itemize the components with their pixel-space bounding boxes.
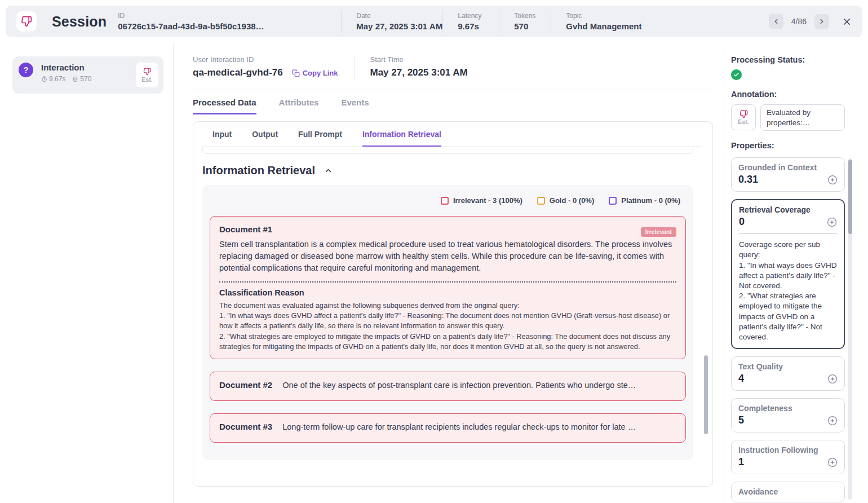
field-label: Date (356, 12, 428, 20)
properties-list: Grounded in Context 0.31 Retrieval Cover… (731, 157, 845, 502)
annotation-est-button[interactable]: Est. (731, 104, 756, 130)
generated-icon (827, 175, 838, 185)
subtab-input[interactable]: Input (212, 130, 232, 147)
est-label: Est. (738, 118, 749, 125)
generated-icon (827, 457, 838, 467)
property-value: 5 (738, 414, 744, 426)
scrollbar-thumb[interactable] (848, 160, 852, 234)
document-card-3[interactable]: Document #3 Long-term follow-up care for… (210, 413, 686, 443)
document-card-1[interactable]: Document #1 Irrelevant Stem cell transpl… (210, 216, 686, 359)
divider (354, 55, 355, 80)
subtab-full-prompt[interactable]: Full Prompt (298, 130, 342, 147)
copy-link-button[interactable]: Copy Link (292, 69, 338, 77)
next-session-button[interactable] (814, 14, 829, 29)
document-title: Document #1 (219, 224, 676, 234)
platinum-checkbox[interactable] (609, 197, 617, 205)
property-card-text-quality[interactable]: Text Quality 4 (731, 356, 845, 391)
property-value: 4 (738, 373, 744, 385)
scrolled-content-edge (202, 147, 693, 154)
pagination-indicator: 4/86 (791, 17, 807, 26)
processing-status-label: Processing Status: (731, 55, 849, 64)
generated-icon (827, 374, 838, 384)
irrelevant-badge: Irrelevant (641, 227, 676, 237)
subtab-output[interactable]: Output (252, 130, 278, 147)
field-label: Latency (458, 12, 484, 20)
field-label: Topic (566, 12, 641, 20)
relevance-legend: Irrelevant - 3 (100%) Gold - 0 (0%) Plat… (210, 196, 686, 205)
annotation-est-badge[interactable]: Est. (136, 63, 158, 87)
property-name: Completeness (738, 404, 838, 413)
prev-session-button[interactable] (769, 14, 783, 29)
user-interaction-id-value: qa-medical-gvhd-76 (193, 67, 283, 78)
user-interaction-id-field: User Interaction ID qa-medical-gvhd-76 C… (193, 55, 338, 78)
legend-item-gold[interactable]: Gold - 0 (0%) (537, 196, 594, 205)
property-value: 0.31 (738, 174, 758, 186)
tokens-icon (72, 76, 78, 82)
gold-checkbox[interactable] (537, 197, 545, 205)
property-card-avoidance[interactable]: Avoidance (731, 482, 845, 502)
classification-reason-body: The document was evaluated against the f… (219, 301, 676, 352)
chevron-left-icon (772, 17, 780, 25)
tab-attributes[interactable]: Attributes (279, 98, 319, 114)
interaction-list-item[interactable]: ? Interaction 9.67s 570 (12, 56, 163, 94)
legend-label: Platinum - 0 (0%) (621, 196, 680, 205)
thumbs-down-icon (739, 110, 748, 118)
document-title: Document #2 (219, 380, 272, 390)
field-label: Tokens (514, 12, 536, 20)
tab-processed-data[interactable]: Processed Data (193, 98, 256, 114)
section-title: Information Retrieval (202, 164, 315, 177)
processed-data-panel: Input Output Full Prompt Information Ret… (193, 121, 713, 487)
document-card-2[interactable]: Document #2 One of the key aspects of po… (210, 372, 686, 401)
document-body: Stem cell transplantation is a complex m… (219, 239, 673, 274)
processed-data-subtabs: Input Output Full Prompt Information Ret… (202, 130, 702, 147)
page-title: Session (52, 14, 107, 30)
question-icon: ? (19, 63, 33, 77)
field-value: May 27, 2025 3:01 AM (356, 21, 428, 31)
start-time-value: May 27, 2025 3:01 AM (370, 67, 468, 78)
est-label: Est. (141, 76, 152, 83)
information-retrieval-panel: Irrelevant - 3 (100%) Gold - 0 (0%) Plat… (202, 185, 693, 460)
generated-icon (827, 416, 838, 426)
legend-label: Gold - 0 (0%) (550, 196, 594, 205)
property-card-instruction-following[interactable]: Instruction Following 1 (731, 440, 845, 474)
property-name: Avoidance (738, 487, 838, 496)
annotation-label: Annotation: (731, 90, 849, 99)
legend-item-irrelevant[interactable]: Irrelevant - 3 (100%) (441, 196, 522, 205)
legend-item-platinum[interactable]: Platinum - 0 (0%) (609, 196, 680, 205)
section-heading: Information Retrieval (202, 164, 702, 177)
chevron-up-icon[interactable] (324, 166, 333, 175)
field-label: ID (118, 12, 326, 20)
thumbs-down-icon (21, 16, 32, 27)
property-card-completeness[interactable]: Completeness 5 (731, 398, 845, 433)
document-title: Document #3 (219, 422, 272, 431)
header-field-date: Date May 27, 2025 3:01 AM (341, 10, 442, 33)
session-header: Session ID 06726c15-7aad-43d-9a-b5f50c19… (6, 6, 862, 37)
annotation-note[interactable]: Evaluated by properties:… (760, 104, 845, 131)
interaction-detail: User Interaction ID qa-medical-gvhd-76 C… (174, 43, 724, 503)
property-card-grounded-in-context[interactable]: Grounded in Context 0.31 (731, 157, 845, 192)
interaction-tokens: 570 (80, 75, 91, 83)
interaction-title: Interaction (41, 63, 136, 72)
subtab-information-retrieval[interactable]: Information Retrieval (362, 130, 441, 147)
thumbs-down-icon (143, 68, 151, 76)
property-name: Text Quality (738, 362, 838, 371)
legend-label: Irrelevant - 3 (100%) (453, 196, 522, 205)
success-check-icon (731, 69, 742, 80)
detail-tabs: Processed Data Attributes Events (193, 98, 724, 114)
generated-icon (827, 217, 837, 227)
property-name: Instruction Following (738, 445, 838, 455)
property-value: 0 (739, 216, 745, 228)
tab-events[interactable]: Events (341, 98, 369, 114)
session-annotation-logo (16, 11, 37, 32)
interactions-sidebar: ? Interaction 9.67s 570 (0, 43, 174, 503)
field-value: 570 (514, 21, 536, 31)
irrelevant-checkbox[interactable] (441, 197, 449, 205)
field-value: Gvhd Management (566, 21, 641, 31)
document-preview: Long-term follow-up care for transplant … (282, 422, 676, 431)
scrollbar-thumb[interactable] (704, 355, 708, 434)
property-value: 1 (738, 456, 744, 468)
property-card-retrieval-coverage[interactable]: Retrieval Coverage 0 Coverage score per … (731, 199, 845, 349)
property-name: Retrieval Coverage (739, 205, 837, 214)
header-field-id: ID 06726c15-7aad-43d-9a-b5f50c1938… (116, 10, 341, 33)
close-icon[interactable] (842, 16, 852, 27)
